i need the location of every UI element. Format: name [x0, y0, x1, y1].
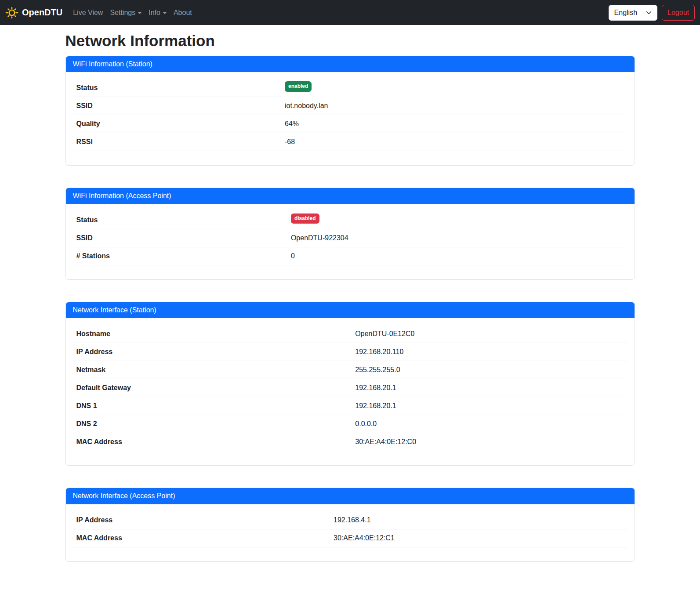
row-label: Hostname	[73, 325, 352, 343]
row-value: 255.255.255.0	[352, 361, 627, 379]
table-row: SSID iot.nobody.lan	[73, 97, 627, 115]
chevron-down-icon	[646, 10, 652, 15]
table-row: Status disabled	[73, 211, 627, 229]
card-body: Status enabled SSID iot.nobody.lan Quali…	[66, 72, 635, 165]
row-value: OpenDTU-922304	[287, 229, 627, 247]
row-label: DNS 1	[73, 397, 352, 415]
brand-link[interactable]: OpenDTU	[5, 6, 62, 19]
row-value: 30:AE:A4:0E:12:C1	[330, 529, 627, 547]
row-label: Quality	[73, 115, 282, 133]
row-value: 30:AE:A4:0E:12:C0	[352, 433, 627, 451]
status-badge: disabled	[291, 213, 319, 224]
row-label: IP Address	[73, 511, 330, 529]
table-row: Hostname OpenDTU-0E12C0	[73, 325, 627, 343]
nav-links: Live View Settings Info About	[69, 5, 196, 20]
nav-item-info[interactable]: Info	[145, 5, 170, 20]
sun-icon	[5, 6, 18, 19]
caret-down-icon	[138, 12, 141, 14]
row-label: Status	[73, 211, 287, 229]
row-label: # Stations	[73, 247, 287, 265]
row-value: OpenDTU-0E12C0	[352, 325, 627, 343]
row-label: Status	[73, 79, 282, 97]
row-value: enabled	[281, 79, 627, 97]
row-value: 0	[287, 247, 627, 265]
nav-item-label: About	[174, 9, 192, 17]
status-badge: enabled	[285, 81, 312, 91]
brand-label: OpenDTU	[22, 7, 62, 18]
language-select-value: English	[614, 9, 637, 17]
row-value: 192.168.20.1	[352, 397, 627, 415]
table-row: IP Address 192.168.20.110	[73, 343, 627, 361]
row-label: SSID	[73, 229, 287, 247]
nav-item-about[interactable]: About	[170, 5, 196, 20]
info-card: WiFi Information (Access Point) Status d…	[65, 188, 635, 279]
info-card: Network Interface (Station) Hostname Ope…	[65, 302, 635, 466]
cards: WiFi Information (Station) Status enable…	[65, 56, 635, 562]
row-value: 192.168.20.1	[352, 379, 627, 397]
row-label: Default Gateway	[73, 379, 352, 397]
table-row: MAC Address 30:AE:A4:0E:12:C1	[73, 529, 627, 547]
card-body: Hostname OpenDTU-0E12C0 IP Address 192.1…	[66, 318, 635, 465]
page-title: Network Information	[65, 32, 635, 50]
nav-item-settings[interactable]: Settings	[106, 5, 145, 20]
table-row: DNS 1 192.168.20.1	[73, 397, 627, 415]
nav-item-label: Info	[149, 9, 160, 17]
info-table: IP Address 192.168.4.1 MAC Address 30:AE…	[73, 511, 627, 547]
info-table: Hostname OpenDTU-0E12C0 IP Address 192.1…	[73, 325, 627, 451]
row-label: MAC Address	[73, 433, 352, 451]
card-body: IP Address 192.168.4.1 MAC Address 30:AE…	[66, 504, 635, 561]
row-value: -68	[281, 133, 627, 151]
logout-button[interactable]: Logout	[662, 5, 695, 21]
table-row: Default Gateway 192.168.20.1	[73, 379, 627, 397]
navbar-right: English Logout	[609, 5, 695, 21]
row-value: disabled	[287, 211, 627, 229]
table-row: RSSI -68	[73, 133, 627, 151]
table-row: SSID OpenDTU-922304	[73, 229, 627, 247]
caret-down-icon	[163, 12, 167, 14]
info-card: Network Interface (Access Point) IP Addr…	[65, 488, 635, 561]
nav-item-live-view[interactable]: Live View	[69, 5, 106, 20]
table-row: DNS 2 0.0.0.0	[73, 415, 627, 433]
row-value: 192.168.20.110	[352, 343, 627, 361]
table-row: # Stations 0	[73, 247, 627, 265]
table-row: Quality 64%	[73, 115, 627, 133]
table-row: Status enabled	[73, 79, 627, 97]
card-header: Network Interface (Access Point)	[66, 488, 635, 504]
language-select[interactable]: English	[609, 5, 657, 21]
info-table: Status disabled SSID OpenDTU-922304 # St…	[73, 211, 627, 265]
row-value: iot.nobody.lan	[281, 97, 627, 115]
row-label: SSID	[73, 97, 282, 115]
navbar: OpenDTU Live View Settings Info About En…	[0, 0, 700, 25]
table-row: Netmask 255.255.255.0	[73, 361, 627, 379]
info-table: Status enabled SSID iot.nobody.lan Quali…	[73, 79, 627, 151]
row-value: 192.168.4.1	[330, 511, 627, 529]
info-card: WiFi Information (Station) Status enable…	[65, 56, 635, 166]
nav-item-label: Settings	[110, 9, 135, 17]
row-label: MAC Address	[73, 529, 330, 547]
row-label: Netmask	[73, 361, 352, 379]
row-label: DNS 2	[73, 415, 352, 433]
card-header: Network Interface (Station)	[66, 302, 635, 318]
row-label: RSSI	[73, 133, 282, 151]
nav-item-label: Live View	[73, 9, 103, 17]
table-row: MAC Address 30:AE:A4:0E:12:C0	[73, 433, 627, 451]
row-value: 0.0.0.0	[352, 415, 627, 433]
main-content: Network Information WiFi Information (St…	[60, 25, 640, 597]
table-row: IP Address 192.168.4.1	[73, 511, 627, 529]
row-value: 64%	[281, 115, 627, 133]
card-header: WiFi Information (Access Point)	[66, 188, 635, 204]
card-header: WiFi Information (Station)	[66, 56, 635, 72]
row-label: IP Address	[73, 343, 352, 361]
card-body: Status disabled SSID OpenDTU-922304 # St…	[66, 204, 635, 279]
